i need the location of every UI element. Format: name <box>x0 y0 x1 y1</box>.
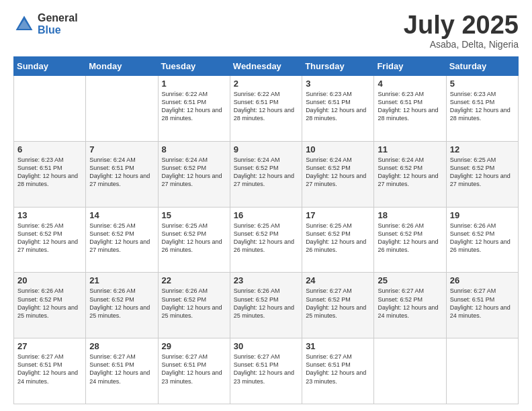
calendar-cell: 4Sunrise: 6:23 AMSunset: 6:51 PMDaylight… <box>374 76 446 142</box>
cell-info: Sunrise: 6:25 AMSunset: 6:52 PMDaylight:… <box>234 222 294 253</box>
calendar-week-3: 13Sunrise: 6:25 AMSunset: 6:52 PMDayligh… <box>14 207 519 273</box>
day-number: 10 <box>306 144 370 154</box>
calendar-cell: 23Sunrise: 6:26 AMSunset: 6:52 PMDayligh… <box>230 273 302 338</box>
calendar-cell: 17Sunrise: 6:25 AMSunset: 6:52 PMDayligh… <box>302 207 374 273</box>
cell-info: Sunrise: 6:26 AMSunset: 6:52 PMDaylight:… <box>450 222 511 253</box>
calendar-cell: 19Sunrise: 6:26 AMSunset: 6:52 PMDayligh… <box>446 207 518 273</box>
day-number: 5 <box>450 79 515 89</box>
logo-text: General Blue <box>38 12 78 36</box>
day-number: 23 <box>234 275 298 285</box>
calendar-cell: 13Sunrise: 6:25 AMSunset: 6:52 PMDayligh… <box>14 207 86 273</box>
day-number: 31 <box>306 341 370 351</box>
cell-info: Sunrise: 6:24 AMSunset: 6:52 PMDaylight:… <box>306 156 366 187</box>
calendar-header-row: SundayMondayTuesdayWednesdayThursdayFrid… <box>14 57 519 76</box>
day-number: 24 <box>306 275 370 285</box>
day-number: 6 <box>17 144 82 154</box>
cell-info: Sunrise: 6:23 AMSunset: 6:51 PMDaylight:… <box>450 91 511 122</box>
cell-info: Sunrise: 6:22 AMSunset: 6:51 PMDaylight:… <box>162 91 222 122</box>
page: General Blue July 2025 Asaba, Delta, Nig… <box>0 0 532 411</box>
day-number: 16 <box>234 210 298 220</box>
calendar-cell: 22Sunrise: 6:26 AMSunset: 6:52 PMDayligh… <box>158 273 230 338</box>
col-header-saturday: Saturday <box>446 57 518 76</box>
day-number: 14 <box>89 210 154 220</box>
day-number: 20 <box>17 275 82 285</box>
calendar-cell: 1Sunrise: 6:22 AMSunset: 6:51 PMDaylight… <box>158 76 230 142</box>
day-number: 29 <box>162 341 226 351</box>
cell-info: Sunrise: 6:24 AMSunset: 6:52 PMDaylight:… <box>162 156 222 187</box>
cell-info: Sunrise: 6:26 AMSunset: 6:52 PMDaylight:… <box>378 222 438 253</box>
calendar-table: SundayMondayTuesdayWednesdayThursdayFrid… <box>13 56 519 404</box>
day-number: 4 <box>378 79 442 89</box>
calendar-cell: 25Sunrise: 6:27 AMSunset: 6:52 PMDayligh… <box>374 273 446 338</box>
col-header-monday: Monday <box>86 57 158 76</box>
day-number: 26 <box>450 275 515 285</box>
day-number: 21 <box>89 275 154 285</box>
day-number: 7 <box>89 144 154 154</box>
calendar-cell: 21Sunrise: 6:26 AMSunset: 6:52 PMDayligh… <box>86 273 158 338</box>
cell-info: Sunrise: 6:26 AMSunset: 6:52 PMDaylight:… <box>89 287 150 318</box>
cell-info: Sunrise: 6:27 AMSunset: 6:51 PMDaylight:… <box>162 353 222 384</box>
day-number: 15 <box>162 210 226 220</box>
title-area: July 2025 Asaba, Delta, Nigeria <box>404 12 519 50</box>
calendar-cell <box>86 76 158 142</box>
day-number: 19 <box>450 210 515 220</box>
cell-info: Sunrise: 6:27 AMSunset: 6:51 PMDaylight:… <box>17 353 78 384</box>
calendar-cell: 18Sunrise: 6:26 AMSunset: 6:52 PMDayligh… <box>374 207 446 273</box>
cell-info: Sunrise: 6:25 AMSunset: 6:52 PMDaylight:… <box>162 222 222 253</box>
cell-info: Sunrise: 6:27 AMSunset: 6:52 PMDaylight:… <box>378 287 438 318</box>
calendar-cell: 6Sunrise: 6:23 AMSunset: 6:51 PMDaylight… <box>14 141 86 207</box>
cell-info: Sunrise: 6:23 AMSunset: 6:51 PMDaylight:… <box>17 156 78 187</box>
calendar-week-1: 1Sunrise: 6:22 AMSunset: 6:51 PMDaylight… <box>14 76 519 142</box>
day-number: 13 <box>17 210 82 220</box>
day-number: 18 <box>378 210 442 220</box>
calendar-cell: 9Sunrise: 6:24 AMSunset: 6:52 PMDaylight… <box>230 141 302 207</box>
day-number: 30 <box>234 341 298 351</box>
month-title: July 2025 <box>404 12 519 38</box>
calendar-cell: 12Sunrise: 6:25 AMSunset: 6:52 PMDayligh… <box>446 141 518 207</box>
cell-info: Sunrise: 6:24 AMSunset: 6:51 PMDaylight:… <box>89 156 150 187</box>
calendar-cell: 14Sunrise: 6:25 AMSunset: 6:52 PMDayligh… <box>86 207 158 273</box>
cell-info: Sunrise: 6:27 AMSunset: 6:52 PMDaylight:… <box>306 287 366 318</box>
calendar-week-4: 20Sunrise: 6:26 AMSunset: 6:52 PMDayligh… <box>14 273 519 338</box>
cell-info: Sunrise: 6:25 AMSunset: 6:52 PMDaylight:… <box>306 222 366 253</box>
cell-info: Sunrise: 6:27 AMSunset: 6:51 PMDaylight:… <box>234 353 294 384</box>
calendar-cell: 30Sunrise: 6:27 AMSunset: 6:51 PMDayligh… <box>230 338 302 404</box>
calendar-cell: 11Sunrise: 6:24 AMSunset: 6:52 PMDayligh… <box>374 141 446 207</box>
calendar-cell: 28Sunrise: 6:27 AMSunset: 6:51 PMDayligh… <box>86 338 158 404</box>
cell-info: Sunrise: 6:24 AMSunset: 6:52 PMDaylight:… <box>234 156 294 187</box>
calendar-cell <box>14 76 86 142</box>
day-number: 12 <box>450 144 515 154</box>
cell-info: Sunrise: 6:23 AMSunset: 6:51 PMDaylight:… <box>378 91 438 122</box>
cell-info: Sunrise: 6:25 AMSunset: 6:52 PMDaylight:… <box>17 222 78 253</box>
col-header-sunday: Sunday <box>14 57 86 76</box>
logo: General Blue <box>13 12 78 36</box>
calendar-cell: 3Sunrise: 6:23 AMSunset: 6:51 PMDaylight… <box>302 76 374 142</box>
day-number: 17 <box>306 210 370 220</box>
logo-blue: Blue <box>38 24 78 36</box>
calendar-cell <box>374 338 446 404</box>
calendar-cell: 31Sunrise: 6:27 AMSunset: 6:51 PMDayligh… <box>302 338 374 404</box>
header: General Blue July 2025 Asaba, Delta, Nig… <box>13 12 519 50</box>
cell-info: Sunrise: 6:25 AMSunset: 6:52 PMDaylight:… <box>89 222 150 253</box>
cell-info: Sunrise: 6:26 AMSunset: 6:52 PMDaylight:… <box>162 287 222 318</box>
day-number: 27 <box>17 341 82 351</box>
day-number: 2 <box>234 79 298 89</box>
calendar-cell: 15Sunrise: 6:25 AMSunset: 6:52 PMDayligh… <box>158 207 230 273</box>
cell-info: Sunrise: 6:26 AMSunset: 6:52 PMDaylight:… <box>17 287 78 318</box>
cell-info: Sunrise: 6:27 AMSunset: 6:51 PMDaylight:… <box>450 287 511 318</box>
day-number: 25 <box>378 275 442 285</box>
calendar-week-2: 6Sunrise: 6:23 AMSunset: 6:51 PMDaylight… <box>14 141 519 207</box>
calendar-cell: 24Sunrise: 6:27 AMSunset: 6:52 PMDayligh… <box>302 273 374 338</box>
col-header-thursday: Thursday <box>302 57 374 76</box>
location-subtitle: Asaba, Delta, Nigeria <box>404 39 519 50</box>
logo-general: General <box>38 12 78 24</box>
day-number: 9 <box>234 144 298 154</box>
calendar-cell: 7Sunrise: 6:24 AMSunset: 6:51 PMDaylight… <box>86 141 158 207</box>
calendar-cell: 10Sunrise: 6:24 AMSunset: 6:52 PMDayligh… <box>302 141 374 207</box>
day-number: 3 <box>306 79 370 89</box>
cell-info: Sunrise: 6:25 AMSunset: 6:52 PMDaylight:… <box>450 156 511 187</box>
cell-info: Sunrise: 6:27 AMSunset: 6:51 PMDaylight:… <box>306 353 366 384</box>
calendar-cell: 26Sunrise: 6:27 AMSunset: 6:51 PMDayligh… <box>446 273 518 338</box>
calendar-cell: 5Sunrise: 6:23 AMSunset: 6:51 PMDaylight… <box>446 76 518 142</box>
cell-info: Sunrise: 6:23 AMSunset: 6:51 PMDaylight:… <box>306 91 366 122</box>
